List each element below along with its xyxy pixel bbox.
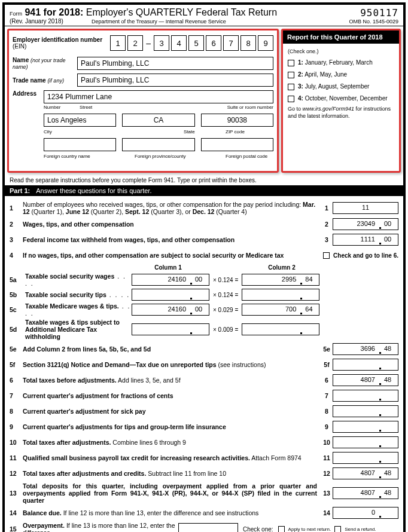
q3-checkbox[interactable] (288, 84, 294, 90)
line9-text: Current quarter's adjustments for tips a… (23, 423, 226, 430)
trade-field[interactable]: Paul's Plumbing, LLC (77, 74, 273, 87)
line5b-col1[interactable] (132, 289, 209, 301)
line5a-mult: × 0.124 = (213, 277, 238, 283)
suite-sublabel: Suite or room number (227, 105, 273, 110)
ein-abbr: (EIN) (13, 43, 26, 50)
line5d-text: Taxable wages & tips subject to Addition… (25, 319, 120, 340)
form-number: 941 for 2018: (25, 7, 83, 17)
foreign-province-field[interactable] (122, 138, 194, 151)
line5a-col2[interactable]: 299584 (242, 274, 319, 286)
city-field[interactable]: Los Angeles (44, 114, 116, 127)
line5c-text: Taxable Medicare wages & tips. (25, 302, 119, 310)
apply-next-checkbox[interactable] (278, 526, 285, 533)
line6-bn: 6 (321, 377, 333, 384)
part1-title: Answer these questions for this quarter. (36, 187, 151, 194)
form-941-page: Form 941 for 2018: Employer's QUARTERLY … (2, 2, 406, 532)
line5d-mult: × 0.009 = (213, 326, 238, 333)
line5d-col1[interactable] (132, 323, 209, 335)
line5a-col1[interactable]: 2416000 (132, 274, 209, 286)
line2-bn: 2 (321, 221, 333, 228)
name-label: Name (13, 57, 29, 63)
street-sublabel: Street (80, 105, 221, 110)
ein-digit-6[interactable]: 6 (206, 35, 221, 51)
line14-value[interactable]: 0 (333, 507, 398, 519)
street-field[interactable]: 1234 Plummer Lane (44, 90, 273, 103)
line8-bn: 8 (321, 408, 333, 415)
foreign-country-field[interactable] (44, 138, 116, 151)
line5f-text: Section 3121(q) Notice and Demand—Tax du… (23, 361, 217, 368)
line5d-col2[interactable] (242, 323, 319, 335)
ein-digit-3[interactable]: 3 (154, 35, 169, 51)
line14-bn: 14 (321, 509, 333, 516)
line6-value[interactable]: 480748 (333, 374, 398, 386)
state-field[interactable]: CA (122, 114, 194, 127)
line2-num: 2 (10, 221, 23, 228)
line7-value[interactable] (333, 390, 398, 402)
part1-num: Part 1: (10, 187, 36, 194)
ein-digit-4[interactable]: 4 (171, 35, 187, 51)
address-label: Address (13, 90, 36, 97)
part1-bar: Part 1: Answer these questions for this … (5, 185, 403, 196)
line3-value[interactable]: 111100 (333, 234, 398, 246)
check-one-label: Check one: (243, 526, 273, 533)
line1-value[interactable]: 11 (333, 202, 398, 214)
line11-value[interactable] (333, 452, 398, 464)
q4-checkbox[interactable] (288, 96, 294, 102)
form-label: Form (10, 11, 22, 17)
line10-num: 10 (10, 439, 23, 446)
line12-value[interactable]: 480748 (333, 467, 398, 479)
line10-value[interactable] (333, 436, 398, 448)
ein-digit-7[interactable]: 7 (223, 35, 239, 51)
trade-paren: (if any) (47, 78, 64, 84)
line7-text: Current quarter's adjustment for fractio… (23, 392, 173, 399)
line13-value[interactable]: 480748 (333, 487, 398, 499)
q2-checkbox[interactable] (288, 72, 294, 78)
line5c-col2[interactable]: 70064 (242, 304, 319, 316)
line13-bn: 13 (321, 490, 333, 497)
ein-digit-1[interactable]: 1 (110, 35, 126, 51)
line7-num: 7 (10, 392, 23, 399)
line5f-num: 5f (10, 361, 23, 368)
ein-digit-2[interactable]: 2 (127, 35, 143, 51)
line5f-value[interactable] (333, 359, 398, 371)
zip-field[interactable]: 90038 (201, 114, 273, 127)
state-sublabel: State (184, 129, 220, 134)
city-sublabel: City (44, 129, 178, 134)
line14-num: 14 (10, 509, 23, 516)
line5a-text: Taxable social security wages (25, 273, 114, 280)
line13-text: Total deposits for this quarter, includi… (23, 482, 317, 504)
line9-bn: 9 (321, 423, 333, 430)
line5e-value[interactable]: 369648 (333, 343, 398, 355)
line9-num: 9 (10, 423, 23, 430)
line12-bn: 12 (321, 470, 333, 477)
line5b-col2[interactable] (242, 289, 319, 301)
refund-checkbox[interactable] (334, 526, 341, 533)
ein-digit-5[interactable]: 5 (188, 35, 204, 51)
fz-sublabel: Foreign postal code (226, 154, 273, 159)
name-field[interactable]: Paul's Plumbing, LLC (77, 57, 273, 70)
line3-num: 3 (10, 236, 23, 243)
foreign-postal-field[interactable] (201, 138, 273, 151)
line5b-text: Taxable social security tips (25, 291, 106, 298)
line8-value[interactable] (333, 405, 398, 417)
line14-text: Balance due. (23, 509, 62, 516)
line11-text: Qualified small business payroll tax cre… (23, 454, 250, 461)
line10-text: Total taxes after adjustments. (23, 439, 111, 446)
line4-checkbox[interactable] (323, 252, 330, 259)
col1-hdr: Column 1 (129, 264, 207, 271)
line1-num: 1 (10, 204, 23, 212)
ein-digit-8[interactable]: 8 (240, 35, 256, 51)
line5a-num: 5a (10, 276, 25, 283)
line9-value[interactable] (333, 421, 398, 433)
line5c-col1[interactable]: 2416000 (132, 304, 209, 316)
line11-num: 11 (10, 454, 23, 461)
line4-chk-label: Check and go to line 6. (333, 252, 398, 259)
q1-checkbox[interactable] (288, 60, 294, 66)
ein-digit-9[interactable]: 9 (258, 35, 273, 51)
zip-sublabel: ZIP code (226, 129, 273, 134)
line15-value[interactable] (178, 523, 238, 532)
sequence-number: 950117 (349, 7, 398, 19)
employer-info-box: Employer identification number (EIN) 1 2… (7, 29, 279, 173)
line5e-text: Add Column 2 from lines 5a, 5b, 5c, and … (23, 346, 151, 353)
line2-value[interactable]: 2304900 (333, 218, 398, 230)
